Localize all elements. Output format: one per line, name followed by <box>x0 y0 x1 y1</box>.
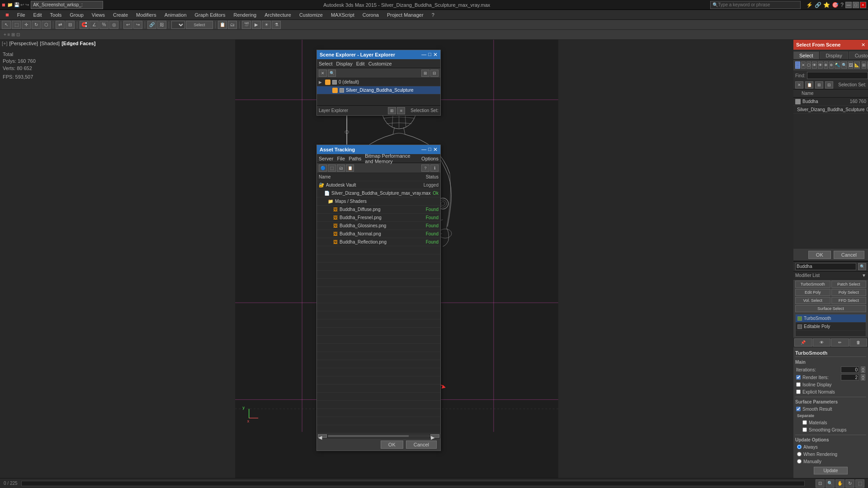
tb-spinner-snap[interactable]: ◎ <box>109 21 118 29</box>
menu-animation[interactable]: Animation <box>161 11 190 19</box>
sfs-ok-button[interactable]: OK <box>808 251 831 259</box>
ts-when-rendering-radio[interactable] <box>797 452 802 456</box>
sfs-tab-display[interactable]: Display <box>820 52 848 59</box>
ts-iter-input[interactable] <box>841 366 859 373</box>
mod-btn-patch-select[interactable]: Patch Select <box>831 281 867 288</box>
ts-render-up[interactable]: ▲ <box>861 374 865 377</box>
scene-explorer-menu-display[interactable]: Display <box>336 61 353 66</box>
se-footer-btn1[interactable]: ⊞ <box>388 107 396 114</box>
ts-explicit-normals-check[interactable] <box>796 389 801 394</box>
menu-file[interactable]: File <box>14 11 29 19</box>
ts-render-iters-check[interactable] <box>796 375 801 380</box>
at-menu-paths[interactable]: Paths <box>349 156 361 161</box>
menu-modifiers[interactable]: Modifiers <box>132 11 160 19</box>
ts-render-down[interactable]: ▼ <box>861 377 865 380</box>
menu-graph-editors[interactable]: Graph Editors <box>191 11 229 19</box>
tb-percent-snap[interactable]: % <box>99 21 108 29</box>
tb-select[interactable]: ↖ <box>2 21 11 29</box>
ts-manually-radio[interactable] <box>797 459 802 464</box>
sfs-tb-opt1[interactable]: 🖼 <box>848 61 853 69</box>
tb-rotate[interactable]: ↻ <box>32 21 41 29</box>
ts-isoline-check[interactable] <box>796 382 801 387</box>
at-scroll-left[interactable]: ◀ <box>318 434 327 438</box>
vp-nav-pan[interactable]: ✋ <box>835 479 844 488</box>
sfs-cancel-button[interactable]: Cancel <box>834 251 864 259</box>
sfs-tb-invert[interactable]: ⬡ <box>807 61 811 69</box>
scene-explorer-minimize[interactable]: — <box>421 52 426 58</box>
sfs-tb-select-all[interactable]: ⬚ <box>795 61 800 69</box>
se-footer-btn2[interactable]: ≡ <box>397 107 405 114</box>
se-tb-btn2[interactable]: 🔍 <box>328 70 336 77</box>
mod-btn-edit-poly[interactable]: Edit Poly <box>795 289 830 296</box>
scene-explorer-title-bar[interactable]: Scene Explorer - Layer Explorer — □ ✕ <box>317 50 440 59</box>
scene-explorer-close[interactable]: ✕ <box>433 52 438 58</box>
at-menu-server[interactable]: Server <box>319 156 333 161</box>
at-item-maps-folder[interactable]: 📁 Maps / Shaders <box>317 197 440 206</box>
at-item-normal[interactable]: 🖼 Buddha_Normal.png Found <box>317 230 440 238</box>
at-tb3[interactable]: 🗂 <box>337 164 345 172</box>
vp-nav-zoom[interactable]: 🔍 <box>826 479 835 488</box>
mod-stack-turbosmooth[interactable]: TurboSmooth <box>796 314 866 323</box>
ts-smoothing-groups-check[interactable] <box>802 427 807 432</box>
sfs-tb-highlight[interactable]: 🔦 <box>835 61 840 69</box>
mod-list-dropdown[interactable]: ▼ <box>862 273 866 278</box>
sfs-tb-unhide[interactable]: 👁 <box>818 61 823 69</box>
tb-move[interactable]: ✛ <box>22 21 31 29</box>
sfs-tb-unfreeze[interactable]: ❄ <box>829 61 834 69</box>
sfs-tab-customize[interactable]: Customize <box>849 52 868 59</box>
tb-angle-snap[interactable]: ∠ <box>90 21 99 29</box>
at-cancel-button[interactable]: Cancel <box>406 441 437 449</box>
menu-edit[interactable]: Edit <box>30 11 46 19</box>
window-controls[interactable]: — □ ✕ <box>845 2 866 8</box>
tb-select-by-name[interactable]: Select <box>186 21 213 29</box>
at-menu-file[interactable]: File <box>337 156 345 161</box>
layer-buddha-sculpture[interactable]: Silver_Dizang_Buddha_Sculpture <box>317 86 440 94</box>
mod-check-ts[interactable] <box>797 316 802 321</box>
minimize-button[interactable]: — <box>845 2 852 8</box>
menu-views[interactable]: Views <box>88 11 108 19</box>
menu-corona[interactable]: Corona <box>359 11 382 19</box>
sfs-close[interactable]: ✕ <box>861 42 865 48</box>
layer-default[interactable]: ▶ 0 (default) <box>317 78 440 86</box>
ts-materials-check[interactable] <box>802 420 807 425</box>
sfs-tb-freeze[interactable]: ❄ <box>824 61 828 69</box>
menu-customize[interactable]: Customize <box>296 11 326 19</box>
sfs-search-input[interactable] <box>807 72 868 79</box>
se-tb-btn4[interactable]: ⊟ <box>430 70 439 77</box>
tb-layer-manager[interactable]: 📋 <box>218 21 227 29</box>
close-button[interactable]: ✕ <box>860 2 866 8</box>
sfs-tb-hide[interactable]: 👁 <box>812 61 817 69</box>
tb-render-setup[interactable]: 🎬 <box>242 21 251 29</box>
at-menu-options[interactable]: Options <box>421 156 439 161</box>
scene-explorer-menu-edit[interactable]: Edit <box>356 61 365 66</box>
at-scrollbar[interactable]: ◀ ▶ <box>317 433 440 438</box>
workspace-dropdown[interactable]: AK_Screenshot_wrksp_: <box>31 1 103 9</box>
tb-material-editor[interactable]: ⚗ <box>272 21 281 29</box>
sfs-tb-find[interactable]: 🔍 <box>841 61 847 69</box>
at-item-reflection[interactable]: 🖼 Buddha_Reflection.png Found <box>317 238 440 246</box>
mod-stack-btn-remove[interactable]: 🗑 <box>849 338 868 347</box>
sfs-ss-btn1[interactable]: ✕ <box>795 81 803 89</box>
sfs-ss-btn2[interactable]: 📋 <box>805 81 813 89</box>
sfs-tb-opt2[interactable]: 📐 <box>854 61 860 69</box>
mod-stack-btn-pin[interactable]: 📌 <box>794 338 812 347</box>
at-item-fresnel[interactable]: 🖼 Buddha_Fresnel.png Found <box>317 214 440 222</box>
ts-iter-down[interactable]: ▼ <box>861 370 865 373</box>
at-scroll-right[interactable]: ▶ <box>430 434 439 438</box>
tb-scale[interactable]: ⬡ <box>42 21 51 29</box>
tb-redo[interactable]: ↪ <box>133 21 142 29</box>
tb-unlink[interactable]: ⛓ <box>157 21 166 29</box>
tb-link[interactable]: 🔗 <box>147 21 156 29</box>
maximize-button[interactable]: □ <box>853 2 859 8</box>
mod-check-ep[interactable] <box>797 324 802 329</box>
at-menu-bitmap[interactable]: Bitmap Performance and Memory <box>365 153 418 164</box>
mod-btn-vol-select[interactable]: Vol. Select <box>795 297 830 304</box>
vp-nav-maximize[interactable]: ⬚ <box>855 479 864 488</box>
at-item-diffuse[interactable]: 🖼 Buddha_Diffuse.png Found <box>317 206 440 214</box>
at-item-glossines[interactable]: 🖼 Buddha_Glossines.png Found <box>317 222 440 230</box>
at-maximize[interactable]: □ <box>428 146 431 153</box>
at-ok-button[interactable]: OK <box>381 441 403 449</box>
ts-update-button[interactable]: Update <box>814 467 847 474</box>
tb-undo[interactable]: ↩ <box>123 21 132 29</box>
named-selection-set[interactable] <box>171 21 185 29</box>
